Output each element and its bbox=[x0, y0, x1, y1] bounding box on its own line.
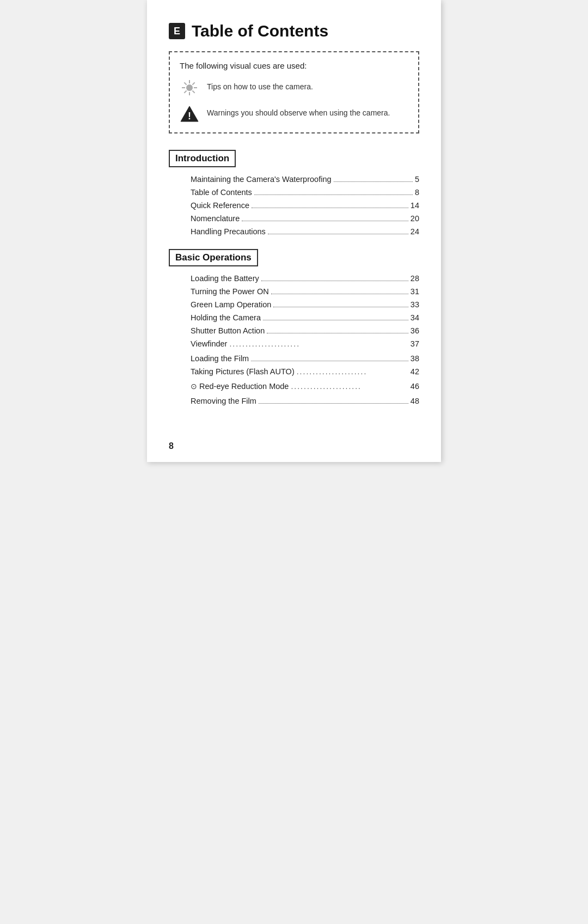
toc-page-num: 31 bbox=[411, 287, 419, 296]
toc-page-num: 20 bbox=[411, 214, 419, 223]
toc-dots bbox=[263, 320, 408, 320]
toc-entry-red-eye: ⊙ Red-eye Reduction Mode 46 bbox=[191, 382, 419, 392]
toc-label: Nomenclature bbox=[191, 214, 240, 223]
basic-operations-section: Basic Operations Loading the Battery 28 … bbox=[169, 249, 419, 405]
svg-line-6 bbox=[192, 90, 194, 93]
toc-entry-power-on: Turning the Power ON 31 bbox=[191, 287, 419, 296]
page-header: E Table of Contents bbox=[169, 22, 419, 40]
basic-operations-heading: Basic Operations bbox=[169, 249, 258, 266]
toc-page-num: 14 bbox=[411, 201, 419, 210]
toc-page-num: 28 bbox=[411, 274, 419, 283]
basic-operations-toc-entries: Loading the Battery 28 Turning the Power… bbox=[169, 274, 419, 405]
toc-entry-waterproofing: Maintaining the Camera's Waterproofing 5 bbox=[191, 175, 419, 184]
toc-page-num: 24 bbox=[411, 227, 419, 236]
svg-text:!: ! bbox=[188, 111, 191, 121]
toc-label: Taking Pictures (Flash AUTO) bbox=[191, 367, 295, 376]
toc-page-num: 5 bbox=[415, 175, 419, 184]
toc-label: Table of Contents bbox=[191, 188, 252, 197]
toc-entry-precautions: Handling Precautions 24 bbox=[191, 227, 419, 236]
toc-page-num: 34 bbox=[411, 313, 419, 322]
toc-page-num: 46 bbox=[411, 382, 419, 391]
toc-label: Green Lamp Operation bbox=[191, 300, 271, 309]
toc-label: Removing the Film bbox=[191, 397, 256, 405]
toc-page-num: 37 bbox=[411, 339, 419, 348]
toc-label: Shutter Button Action bbox=[191, 326, 265, 335]
toc-label: Maintaining the Camera's Waterproofing bbox=[191, 175, 332, 184]
toc-dots bbox=[297, 367, 408, 376]
visual-cues-box: The following visual cues are used: Tips… bbox=[169, 51, 419, 133]
toc-page-num: 8 bbox=[415, 188, 419, 197]
toc-page-num: 42 bbox=[411, 367, 419, 376]
toc-entry-contents: Table of Contents 8 bbox=[191, 188, 419, 197]
warning-cue-text: Warnings you should observe when using t… bbox=[207, 104, 390, 119]
toc-dots bbox=[261, 281, 408, 281]
toc-entry-taking-pictures: Taking Pictures (Flash AUTO) 42 bbox=[191, 367, 419, 378]
introduction-heading: Introduction bbox=[169, 150, 236, 167]
page-badge: E bbox=[169, 23, 185, 39]
toc-label: Loading the Battery bbox=[191, 274, 259, 283]
toc-entry-nomenclature: Nomenclature 20 bbox=[191, 214, 419, 223]
warning-triangle-icon: ! bbox=[180, 104, 199, 124]
toc-entry-viewfinder: Viewfinder 37 bbox=[191, 339, 419, 350]
tip-cue-item: Tips on how to use the camera. bbox=[180, 78, 408, 98]
toc-dots bbox=[273, 307, 408, 307]
toc-label: Red-eye Reduction Mode bbox=[199, 382, 289, 391]
toc-dots bbox=[259, 403, 408, 404]
toc-label: Turning the Power ON bbox=[191, 287, 269, 296]
toc-label: Quick Reference bbox=[191, 201, 249, 210]
page-number: 8 bbox=[169, 441, 174, 451]
sun-tip-icon bbox=[180, 78, 199, 98]
page-title: Table of Contents bbox=[192, 22, 328, 40]
toc-page-num: 33 bbox=[411, 300, 419, 309]
toc-dots bbox=[271, 294, 408, 294]
svg-line-5 bbox=[184, 82, 186, 84]
svg-line-8 bbox=[184, 90, 186, 93]
toc-page-num: 48 bbox=[411, 397, 419, 405]
warning-cue-item: ! Warnings you should observe when using… bbox=[180, 104, 408, 124]
introduction-section: Introduction Maintaining the Camera's Wa… bbox=[169, 150, 419, 236]
toc-entry-green-lamp: Green Lamp Operation 33 bbox=[191, 300, 419, 309]
toc-entry-holding: Holding the Camera 34 bbox=[191, 313, 419, 322]
page: E Table of Contents The following visual… bbox=[147, 0, 441, 462]
toc-label: Handling Precautions bbox=[191, 227, 266, 236]
visual-cues-header: The following visual cues are used: bbox=[180, 61, 408, 70]
toc-page-num: 36 bbox=[411, 326, 419, 335]
toc-dots bbox=[267, 333, 408, 333]
svg-point-0 bbox=[186, 84, 193, 91]
toc-dots bbox=[254, 194, 413, 195]
toc-dots bbox=[268, 234, 408, 234]
toc-dots bbox=[334, 181, 413, 182]
red-eye-icon: ⊙ bbox=[191, 382, 197, 391]
toc-dots bbox=[229, 339, 408, 348]
toc-entry-removing-film: Removing the Film 48 bbox=[191, 397, 419, 405]
toc-dots bbox=[242, 221, 408, 221]
toc-entry-quickref: Quick Reference 14 bbox=[191, 201, 419, 210]
toc-entry-battery: Loading the Battery 28 bbox=[191, 274, 419, 283]
toc-page-num: 38 bbox=[411, 354, 419, 363]
toc-dots bbox=[291, 382, 408, 391]
tip-cue-text: Tips on how to use the camera. bbox=[207, 78, 313, 93]
toc-label: Holding the Camera bbox=[191, 313, 261, 322]
svg-line-7 bbox=[192, 82, 194, 84]
toc-dots bbox=[251, 361, 408, 361]
toc-entry-shutter: Shutter Button Action 36 bbox=[191, 326, 419, 335]
toc-dots bbox=[252, 208, 408, 208]
toc-entry-load-film: Loading the Film 38 bbox=[191, 354, 419, 363]
toc-label: Loading the Film bbox=[191, 354, 249, 363]
toc-label: Viewfinder bbox=[191, 339, 227, 348]
introduction-toc-entries: Maintaining the Camera's Waterproofing 5… bbox=[169, 175, 419, 236]
